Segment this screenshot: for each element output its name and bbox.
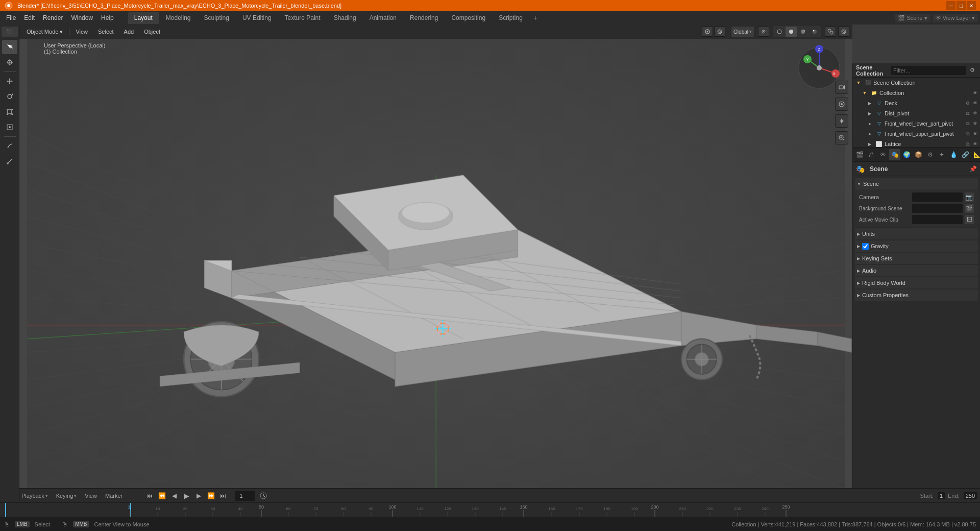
audio-section-header[interactable]: ▶ Audio: [855, 265, 978, 276]
outliner-search[interactable]: [891, 66, 966, 75]
play-btn[interactable]: ▶: [181, 491, 192, 501]
props-pin-icon[interactable]: 📌: [969, 165, 977, 173]
outliner-item-scene-collection[interactable]: ▼ ⬛ Scene Collection: [853, 78, 980, 88]
rendered-shading-btn[interactable]: [809, 27, 820, 37]
outliner-item-lattice[interactable]: ▶ ⬜ Lattice ⚖ 👁: [853, 139, 980, 148]
tool-move[interactable]: [2, 74, 17, 88]
props-tab-object[interactable]: 📦: [913, 149, 924, 160]
workspace-tab-scripting[interactable]: Scripting: [493, 12, 529, 24]
scene-selector[interactable]: 🎬 Scene ▾: [895, 14, 930, 22]
gravity-section-header[interactable]: ▶ Gravity: [855, 240, 978, 252]
camera-value-field[interactable]: [912, 192, 963, 202]
add-workspace-button[interactable]: +: [530, 12, 541, 23]
tool-transform[interactable]: [2, 120, 17, 134]
keying-sets-header[interactable]: ▶ Keying Sets: [855, 253, 978, 264]
deck-constraint-icon[interactable]: ⚙: [965, 101, 971, 106]
deck-vis-icon[interactable]: 👁: [972, 101, 978, 106]
outliner-item-collection[interactable]: ▼ 📁 Collection 👁: [853, 88, 980, 98]
material-shading-btn[interactable]: [797, 27, 808, 37]
end-value[interactable]: 250: [964, 492, 977, 499]
start-value[interactable]: 1: [938, 492, 945, 499]
timeline-view-btn[interactable]: View: [82, 492, 100, 500]
maximize-button[interactable]: □: [957, 1, 966, 10]
object-mode-dropdown[interactable]: Object Mode ▾: [22, 28, 67, 36]
props-tab-particles[interactable]: ✦: [936, 149, 947, 160]
lat-vis-icon[interactable]: 👁: [972, 141, 978, 147]
viewport-3d[interactable]: Object Mode ▾ View Select Add Object: [19, 25, 852, 502]
gravity-checkbox[interactable]: [862, 243, 869, 250]
props-tab-output[interactable]: 🖨: [866, 149, 877, 160]
object-menu-btn[interactable]: Object: [140, 28, 164, 36]
tool-annotate[interactable]: [2, 139, 17, 153]
close-button[interactable]: ✕: [967, 1, 976, 10]
outliner-item-front-wheel-lower[interactable]: ● ▽ Front_wheel_lower_part_pivot ⚖ 👁: [853, 118, 980, 129]
mode-selector[interactable]: ⬛: [2, 27, 18, 37]
visibility-icon[interactable]: 👁: [972, 90, 978, 95]
props-tab-modifier[interactable]: ⚙: [924, 149, 936, 160]
fwu-vis-icon[interactable]: 👁: [972, 131, 978, 136]
jump-to-end-btn[interactable]: ⏭: [217, 491, 229, 501]
zoom-btn[interactable]: [835, 131, 848, 144]
rigid-body-world-header[interactable]: ▶ Rigid Body World: [855, 277, 978, 288]
menu-file[interactable]: File: [2, 12, 20, 23]
tool-select[interactable]: [2, 40, 17, 54]
dist-vis-icon[interactable]: 👁: [972, 111, 978, 116]
props-tab-physics[interactable]: 💧: [948, 149, 959, 160]
custom-props-header[interactable]: ▶ Custom Properties: [855, 289, 978, 301]
timeline-ruler[interactable]: 1 50 100 150 200 250 10 20 30: [0, 503, 980, 517]
proportional-edit-btn[interactable]: [714, 27, 725, 37]
xray-btn[interactable]: [838, 27, 849, 37]
select-menu-btn[interactable]: Select: [94, 28, 118, 36]
timeline-keying-btn[interactable]: Keying ▾: [53, 492, 80, 500]
props-tab-viewlayer[interactable]: 👁: [877, 149, 889, 160]
workspace-tab-shading[interactable]: Shading: [328, 12, 362, 24]
workspace-tab-compositing[interactable]: Compositing: [445, 12, 492, 24]
scene-section-header[interactable]: ▼ Scene: [855, 178, 978, 189]
scene-canvas[interactable]: [19, 39, 852, 502]
camera-view-btn[interactable]: [835, 81, 848, 94]
timeline-marker-btn[interactable]: Marker: [102, 492, 126, 500]
props-tab-scene[interactable]: 🎭: [889, 149, 900, 160]
jump-to-start-btn[interactable]: ⏮: [144, 491, 155, 501]
tool-measure[interactable]: [2, 154, 17, 168]
wireframe-shading-btn[interactable]: [774, 27, 785, 37]
workspace-tab-layout[interactable]: Layout: [128, 12, 159, 24]
units-section-header[interactable]: ▶ Units: [855, 228, 978, 239]
outliner-filter-btn[interactable]: ⚙: [968, 66, 977, 75]
global-local-selector[interactable]: Global ▾: [731, 27, 754, 37]
pivot-point-btn[interactable]: [758, 27, 769, 37]
outliner-item-dist-pivot[interactable]: ▶ ▽ Dist_pivot ⚖ 👁: [853, 108, 980, 118]
menu-window[interactable]: Window: [67, 12, 97, 23]
bg-scene-picker-icon[interactable]: 🎬: [965, 204, 974, 213]
add-menu-btn[interactable]: Add: [120, 28, 138, 36]
workspace-tab-sculpting[interactable]: Sculpting: [198, 12, 235, 24]
prev-keyframe-btn[interactable]: ⏪: [156, 491, 167, 501]
minimize-button[interactable]: ─: [946, 1, 955, 10]
menu-help[interactable]: Help: [97, 12, 118, 23]
render-preview-btn[interactable]: [835, 98, 848, 111]
tool-cursor[interactable]: [2, 55, 17, 69]
active-movie-clip-value-field[interactable]: [912, 215, 963, 224]
workspace-tab-modeling[interactable]: Modeling: [160, 12, 197, 24]
timeline-playback-btn[interactable]: Playback ▾: [18, 492, 51, 500]
navigate-btn[interactable]: [835, 114, 848, 128]
lat-weight-icon[interactable]: ⚖: [965, 141, 971, 147]
movie-clip-picker-icon[interactable]: 🎞: [965, 215, 974, 224]
overlays-btn[interactable]: [825, 27, 836, 37]
view-menu-btn[interactable]: View: [71, 28, 92, 36]
workspace-tab-rendering[interactable]: Rendering: [404, 12, 444, 24]
workspace-tab-texture-paint[interactable]: Texture Paint: [279, 12, 327, 24]
snap-btn[interactable]: [702, 27, 713, 37]
viewlayer-selector[interactable]: 👁 View Layer ▾: [933, 14, 978, 22]
menu-edit[interactable]: Edit: [20, 12, 39, 23]
props-tab-world[interactable]: 🌍: [901, 149, 912, 160]
fwu-weight-icon[interactable]: ⚖: [965, 131, 971, 136]
workspace-tab-uv-editing[interactable]: UV Editing: [236, 12, 278, 24]
outliner-item-front-wheel-upper[interactable]: ● ▽ Front_wheel_upper_part_pivot ⚖ 👁: [853, 129, 980, 139]
props-tab-constraints[interactable]: 🔗: [960, 149, 971, 160]
workspace-tab-animation[interactable]: Animation: [363, 12, 403, 24]
outliner-item-deck[interactable]: ▶ ▽ Deck ⚙ 👁: [853, 98, 980, 108]
dist-weight-icon[interactable]: ⚖: [965, 111, 971, 116]
menu-render[interactable]: Render: [39, 12, 67, 23]
tool-rotate[interactable]: [2, 89, 17, 104]
